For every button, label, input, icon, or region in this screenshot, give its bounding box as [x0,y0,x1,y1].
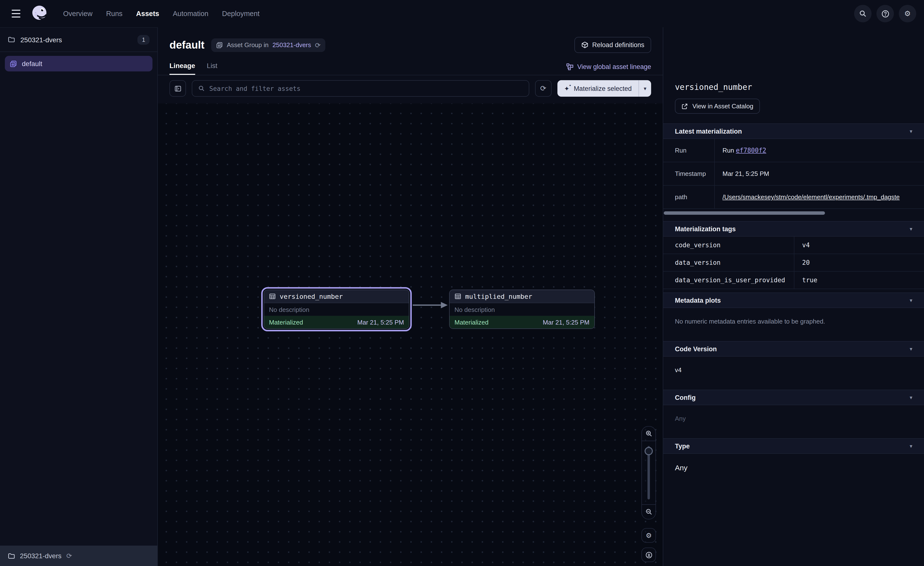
materialize-split-button: ✦✦ Materialize selected ▾ [557,80,651,97]
tag-key: data_version [663,254,794,272]
nav-item-assets[interactable]: Assets [136,10,159,18]
tag-value: 20 [794,254,924,272]
code-location-footer[interactable]: 250321-dvers ⟳ [0,546,158,566]
view-tabs: Lineage List View global asset lineage [158,59,663,75]
refresh-icon[interactable]: ⟳ [66,552,72,560]
run-id-link[interactable]: ef7800f2 [736,147,766,154]
section-title: Latest materialization [675,128,742,135]
lineage-edge-arrow [412,300,449,310]
repo-asset-count-badge: 1 [138,35,150,44]
selected-node-ring: versioned_number No description Material… [261,287,412,331]
collapse-caret-icon[interactable]: ▾ [910,128,912,134]
search-input[interactable] [209,85,523,92]
zoom-slider-knob[interactable] [645,447,653,455]
menu-icon[interactable] [8,5,24,22]
asset-node-header: multiplied_number [450,290,594,303]
lineage-graph-icon [566,63,573,71]
page-header: default Asset Group in 250321-dvers ⟳ Re… [158,27,663,59]
nav-item-deployment[interactable]: Deployment [222,10,260,18]
badge-repo-link[interactable]: 250321-dvers [272,41,311,48]
collapse-caret-icon[interactable]: ▾ [910,346,912,352]
horizontal-scrollbar[interactable] [664,211,825,215]
asset-node-description: No description [450,303,594,316]
zoom-slider[interactable] [641,441,656,504]
config-value: Any [663,405,924,435]
materialize-label: Materialize selected [574,85,632,92]
section-type[interactable]: Type ▾ [663,438,924,454]
path-link[interactable]: /Users/smackesey/stm/code/elementl/exper… [723,193,900,201]
repo-name: 250321-dvers [20,36,62,44]
main-content: default Asset Group in 250321-dvers ⟳ Re… [158,27,663,566]
gear-glyph: ⚙ [645,531,652,539]
collapse-caret-icon[interactable]: ▾ [910,443,912,449]
asset-node-header: versioned_number [264,290,409,303]
code-version-value: v4 [663,357,924,386]
gear-glyph: ⚙ [904,9,911,18]
status-badge: Materialized [269,318,303,326]
type-value: Any [663,454,924,485]
asset-group-icon [216,42,223,48]
path-row-value: /Users/smackesey/stm/code/elementl/exper… [715,185,924,209]
materialize-dropdown-caret[interactable]: ▾ [639,80,651,97]
path-row-label: path [663,185,715,209]
app-root: Overview Runs Assets Automation Deployme… [0,0,924,566]
search-icon[interactable] [854,5,872,23]
zoom-out-icon[interactable] [641,504,656,519]
reload-cube-icon [581,41,588,48]
section-metadata-plots[interactable]: Metadata plots ▾ [663,292,924,308]
canvas-zoom-controls: ⚙ [641,426,656,562]
lineage-canvas[interactable]: versioned_number No description Material… [158,104,663,566]
primary-nav: Overview Runs Assets Automation Deployme… [63,10,260,18]
caret-down-icon: ▾ [644,85,646,92]
view-global-asset-lineage-link[interactable]: View global asset lineage [566,63,651,75]
help-icon[interactable] [876,5,894,23]
asset-node-description: No description [264,303,409,316]
dagster-logo-icon[interactable] [30,4,50,23]
collapse-caret-icon[interactable]: ▾ [910,226,912,232]
refresh-graph-icon[interactable]: ⟳ [535,80,552,97]
section-code-version[interactable]: Code Version ▾ [663,341,924,357]
collapse-caret-icon[interactable]: ▾ [910,297,912,303]
refresh-icon[interactable]: ⟳ [315,41,321,49]
sidebar-item-default-group[interactable]: default [5,56,153,71]
asset-search-box [192,80,529,97]
graph-settings-gear-icon[interactable]: ⚙ [641,528,656,543]
collapse-caret-icon[interactable]: ▾ [910,394,912,400]
section-config[interactable]: Config ▾ [663,390,924,405]
asset-node-multiplied-number[interactable]: multiplied_number No description Materia… [449,289,595,329]
folder-icon [8,552,15,560]
status-badge: Materialized [454,318,489,326]
run-row-label: Run [663,139,715,162]
folder-icon [8,36,15,43]
settings-gear-icon[interactable]: ⚙ [899,5,916,23]
nav-item-automation[interactable]: Automation [173,10,208,18]
run-row-value: Run ef7800f2 [715,139,924,162]
toggle-sidebar-panel-icon[interactable] [170,80,186,97]
nav-item-overview[interactable]: Overview [63,10,93,18]
reload-definitions-button[interactable]: Reload definitions [574,37,651,53]
table-icon [454,293,461,300]
section-latest-materialization[interactable]: Latest materialization ▾ [663,123,924,139]
section-title: Type [675,443,690,450]
zoom-slider-group [641,426,656,519]
section-title: Materialization tags [675,225,736,232]
asset-node-name: multiplied_number [465,292,532,300]
nav-item-runs[interactable]: Runs [106,10,123,18]
top-nav-actions: ⚙ [854,5,916,23]
asset-node-status-row: Materialized Mar 21, 5:25 PM [450,316,594,328]
download-graph-icon[interactable] [641,548,656,562]
asset-node-status-row: Materialized Mar 21, 5:25 PM [264,316,409,328]
materialize-selected-button[interactable]: ✦✦ Materialize selected [557,80,639,97]
asset-groups-sidebar: 250321-dvers 1 default 250321-dvers ⟳ [0,27,158,566]
view-in-asset-catalog-button[interactable]: View in Asset Catalog [675,99,760,114]
asset-node-versioned-number[interactable]: versioned_number No description Material… [264,289,410,329]
tab-lineage[interactable]: Lineage [170,62,195,75]
zoom-in-icon[interactable] [641,427,656,441]
tab-list[interactable]: List [207,62,218,75]
repo-row[interactable]: 250321-dvers 1 [0,28,158,52]
code-location-name: 250321-dvers [20,552,62,560]
top-nav: Overview Runs Assets Automation Deployme… [0,0,924,27]
search-icon [198,85,205,92]
lineage-toolbar: ⟳ ✦✦ Materialize selected ▾ [158,75,663,104]
section-materialization-tags[interactable]: Materialization tags ▾ [663,221,924,236]
